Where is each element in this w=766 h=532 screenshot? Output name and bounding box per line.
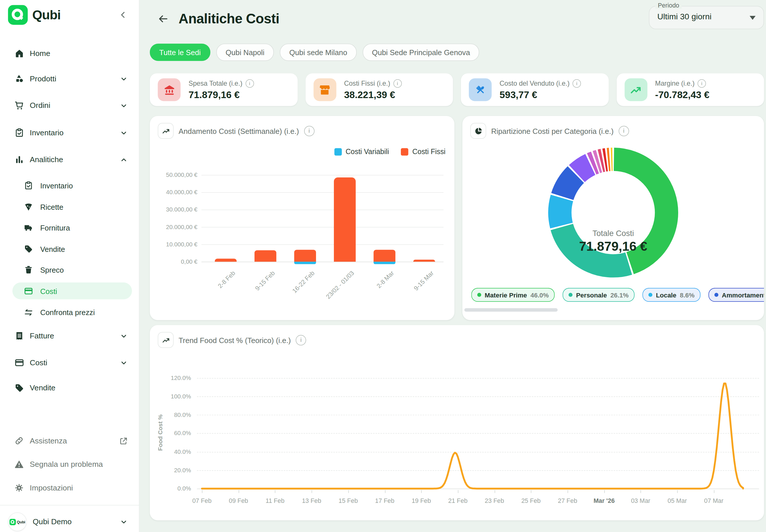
bar-costi-fissi[interactable] xyxy=(334,177,356,262)
sidebar-subitem-ricette[interactable]: Ricette xyxy=(0,197,139,217)
bar-costi-fissi[interactable] xyxy=(255,250,277,262)
sidebar-divider xyxy=(0,505,139,505)
donut-segment[interactable] xyxy=(597,161,599,162)
bar-costi-variabili[interactable] xyxy=(294,262,316,264)
sidebar-item-analitiche[interactable]: Analitiche xyxy=(0,149,139,171)
sidebar-subitem-vendite[interactable]: Vendite xyxy=(0,239,139,259)
bar-costi-fissi[interactable] xyxy=(215,258,237,262)
period-select[interactable]: Periodo Ultimi 30 giorni xyxy=(649,6,764,29)
sidebar-subitem-spreco[interactable]: Spreco xyxy=(0,260,139,280)
donut-legend-chip-locale[interactable]: Locale8.6% xyxy=(643,288,701,302)
back-button[interactable] xyxy=(158,13,169,24)
credit-card-icon xyxy=(14,358,24,368)
chevron-down-icon xyxy=(119,518,128,526)
sidebar-subitem-inventario[interactable]: Inventario xyxy=(0,175,139,195)
kpi-value: 71.879,16 € xyxy=(188,89,254,100)
chevron-down-icon xyxy=(119,101,128,110)
donut-segment[interactable] xyxy=(601,160,603,161)
sidebar-item-inventario[interactable]: Inventario xyxy=(0,122,139,144)
gear-icon xyxy=(14,483,24,493)
compare-arrows-icon xyxy=(24,308,33,317)
donut-legend-chip-personale[interactable]: Personale26.1% xyxy=(563,288,635,302)
donut-legend: Materie Prime46.0% Personale26.1% Locale… xyxy=(471,288,764,303)
sidebar-item-label: Inventario xyxy=(40,181,73,190)
food-cost-line xyxy=(150,325,765,520)
donut-segment[interactable] xyxy=(577,164,590,173)
sidebar-collapse-button[interactable] xyxy=(118,10,128,22)
sidebar-item-costi-sezione[interactable]: Costi xyxy=(0,352,139,374)
filter-chip-tutte-le-sedi[interactable]: Tutte le Sedi xyxy=(150,44,210,61)
sidebar-item-label: Spreco xyxy=(40,265,64,274)
brand-logo[interactable]: Qubi xyxy=(8,5,60,25)
sidebar-item-fatture[interactable]: Fatture xyxy=(0,325,139,347)
kpi-row: Spesa Totale (i.e.) 71.879,16 € Costi Fi… xyxy=(150,73,764,106)
kpi-label: Costo del Venduto (i.e.) xyxy=(500,80,569,87)
chevron-up-icon xyxy=(119,155,128,164)
donut-segment[interactable] xyxy=(562,175,576,196)
donut-legend-chip-ammortamenti[interactable]: Ammortamenti8.0% xyxy=(709,288,764,302)
pie-chart-icon xyxy=(470,123,486,139)
legend-scrollbar[interactable] xyxy=(464,308,558,312)
donut-chart xyxy=(539,138,688,287)
info-icon[interactable] xyxy=(245,79,254,87)
sidebar-item-impostazioni[interactable]: Impostazioni xyxy=(0,477,139,499)
kpi-card-costo-del-venduto: Costo del Venduto (i.e.) 593,77 € xyxy=(461,73,609,106)
external-link-icon xyxy=(119,437,128,445)
donut-segment[interactable] xyxy=(592,162,595,164)
chevron-down-icon xyxy=(119,74,128,83)
sidebar-item-ordini[interactable]: Ordini xyxy=(0,95,139,117)
tag-icon xyxy=(14,383,24,393)
cost-breakdown-chart-card: Ripartizione Costi per Categoria (i.e.) … xyxy=(462,116,764,320)
donut-segment[interactable] xyxy=(604,160,606,160)
dropdown-caret-icon xyxy=(750,16,756,20)
legend-dot xyxy=(569,293,573,297)
donut-segment[interactable] xyxy=(560,198,562,226)
workspace-switcher[interactable]: Qubi Qubi Demo xyxy=(0,511,139,532)
bar-chart-plot: 50.000,00 €40.000,00 €30.000,00 €20.000,… xyxy=(150,116,455,320)
info-icon[interactable] xyxy=(572,79,581,87)
info-icon[interactable] xyxy=(619,125,629,136)
sidebar-item-label: Assistenza xyxy=(30,437,67,445)
legend-dot xyxy=(714,293,718,297)
bar-costi-fissi[interactable] xyxy=(413,260,435,262)
brand-name: Qubi xyxy=(32,7,61,23)
sidebar-item-label: Fornitura xyxy=(40,223,70,232)
sidebar-item-label: Analitiche xyxy=(30,155,63,164)
sidebar-item-label: Impostazioni xyxy=(30,484,73,492)
sidebar-item-assistenza[interactable]: Assistenza xyxy=(0,430,139,452)
sidebar-subitem-fornitura[interactable]: Fornitura xyxy=(0,218,139,237)
bar-costi-fissi[interactable] xyxy=(294,250,316,262)
donut-legend-chip-materie-prime[interactable]: Materie Prime46.0% xyxy=(471,288,555,302)
info-icon[interactable] xyxy=(393,79,401,87)
filter-chip-qubi-napoli[interactable]: Qubi Napoli xyxy=(216,44,274,61)
period-select-value: Ultimi 30 giorni xyxy=(657,12,711,21)
sidebar-item-segnala-problema[interactable]: Segnala un problema xyxy=(0,454,139,475)
kpi-card-spesa-totale: Spesa Totale (i.e.) 71.879,16 € xyxy=(150,73,298,106)
clipboard-icon xyxy=(24,181,33,190)
home-icon xyxy=(14,48,24,58)
sidebar-item-home[interactable]: Home xyxy=(0,43,139,65)
kpi-value: 38.221,39 € xyxy=(344,89,401,100)
sidebar-item-label: Segnala un problema xyxy=(30,460,103,469)
sidebar-item-label: Ordini xyxy=(30,101,50,110)
sidebar: Qubi Home Prodotti Ordini Inventario Ana… xyxy=(0,0,139,532)
bar-costi-fissi[interactable] xyxy=(373,250,395,262)
truck-icon xyxy=(24,223,33,232)
kpi-card-margine: Margine (i.e.) -70.782,43 € xyxy=(617,73,764,106)
filter-chip-qubi-sede-milano[interactable]: Qubi sede Milano xyxy=(280,44,357,61)
sidebar-item-vendite-sezione[interactable]: Vendite xyxy=(0,377,139,399)
donut-center: Totale Costi 71.879,16 € xyxy=(558,229,668,254)
sidebar-item-label: Costi xyxy=(30,358,47,367)
sidebar-item-prodotti[interactable]: Prodotti xyxy=(0,68,139,90)
page-title: Analitiche Costi xyxy=(178,11,279,27)
sidebar-subitem-costi[interactable]: Costi xyxy=(12,282,132,299)
filter-chip-qubi-sede-principale-genova[interactable]: Qubi Sede Principale Genova xyxy=(363,44,479,61)
sidebar-subitem-confronta-prezzi[interactable]: Confronta prezzi xyxy=(0,302,139,322)
kpi-label: Margine (i.e.) xyxy=(655,80,695,87)
chevron-down-icon xyxy=(119,332,128,340)
cutlery-icon xyxy=(469,78,492,101)
line-chart-plot: 120.0%100.0%80.0%60.0%40.0%20.0%0.0%07 F… xyxy=(150,325,764,520)
info-icon[interactable] xyxy=(698,79,706,87)
warning-icon xyxy=(14,459,24,469)
bar-costi-variabili[interactable] xyxy=(373,262,395,264)
